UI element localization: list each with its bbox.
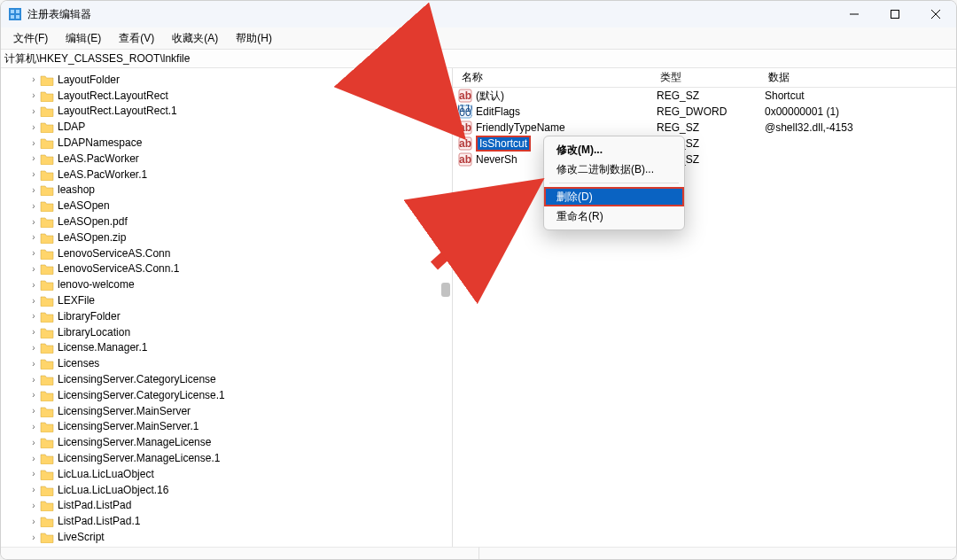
tree-node[interactable]: ›LicensingServer.CategoryLicense.1 <box>1 387 452 403</box>
tree-node[interactable]: ›LicLua.LicLuaObject <box>1 466 452 482</box>
tree-node[interactable]: ›LeASOpen.zip <box>1 229 452 245</box>
value-type: REG_DWORD <box>657 105 765 118</box>
tree-vertical-scrollbar[interactable] <box>440 68 452 547</box>
tree-node[interactable]: ›LDAP <box>1 119 452 135</box>
expand-icon[interactable]: › <box>27 248 40 258</box>
tree-node[interactable]: ›LenovoServiceAS.Conn.1 <box>1 261 452 277</box>
tree-node-label: LibraryFolder <box>58 310 121 323</box>
tree-node-label: LicensingServer.ManageLicense.1 <box>58 452 220 464</box>
expand-icon[interactable]: › <box>27 138 40 148</box>
tree-node[interactable]: ›LayoutRect.LayoutRect <box>1 88 452 104</box>
tree-node[interactable]: ›LicensingServer.MainServer.1 <box>1 419 452 435</box>
value-row[interactable]: abFriendlyTypeNameREG_SZ@shell32.dll,-41… <box>453 120 956 136</box>
context-menu-modify[interactable]: 修改(M)... <box>544 140 684 159</box>
list-header[interactable]: 名称 类型 数据 <box>453 68 956 88</box>
tree-node[interactable]: ›LicensingServer.MainServer <box>1 403 452 419</box>
expand-icon[interactable]: › <box>27 217 40 227</box>
maximize-button[interactable] <box>875 1 915 27</box>
value-row[interactable]: ab(默认)REG_SZShortcut <box>453 88 956 104</box>
tree-node[interactable]: ›leashop <box>1 183 452 198</box>
tree-node[interactable]: ›LicensingServer.CategoryLicense <box>1 371 452 387</box>
menu-item[interactable]: 收藏夹(A) <box>165 29 225 48</box>
expand-icon[interactable]: › <box>27 343 40 353</box>
tree-node[interactable]: ›LenovoServiceAS.Conn <box>1 245 452 261</box>
expand-icon[interactable]: › <box>27 232 40 242</box>
value-row[interactable]: abNeverShREG_SZ <box>453 152 956 167</box>
expand-icon[interactable]: › <box>27 469 40 478</box>
tree-pane[interactable]: ›LayoutFolder›LayoutRect.LayoutRect›Layo… <box>1 68 453 547</box>
tree-node[interactable]: ›LibraryLocation <box>1 324 452 340</box>
tree-node[interactable]: ›LicensingServer.ManageLicense <box>1 434 452 450</box>
list-horizontal-scrollbar[interactable] <box>478 547 957 559</box>
tree-node[interactable]: ›LeASOpen.pdf <box>1 214 452 229</box>
expand-icon[interactable]: › <box>27 359 40 369</box>
expand-icon[interactable]: › <box>27 296 40 306</box>
expand-icon[interactable]: › <box>27 406 40 416</box>
expand-icon[interactable]: › <box>27 501 40 510</box>
expand-icon[interactable]: › <box>27 390 40 400</box>
tree-node-label: ListPad.ListPad.1 <box>58 515 140 527</box>
svg-rect-5 <box>891 11 899 19</box>
value-name: EditFlags <box>476 105 657 118</box>
expand-icon[interactable]: › <box>27 422 40 432</box>
context-menu-delete[interactable]: 删除(D) <box>544 187 684 206</box>
expand-icon[interactable]: › <box>27 90 40 100</box>
value-row[interactable]: abIsShortcutREG_SZ <box>453 136 956 152</box>
tree-node-label: LenovoServiceAS.Conn <box>58 247 170 260</box>
expand-icon[interactable]: › <box>27 280 40 290</box>
tree-node[interactable]: ›LicensingServer.ManageLicense.1 <box>1 450 452 466</box>
tree-horizontal-scrollbar[interactable] <box>1 547 478 559</box>
value-row[interactable]: 01101001EditFlagsREG_DWORD0x00000001 (1) <box>453 104 956 120</box>
expand-icon[interactable]: › <box>27 327 40 337</box>
value-data: @shell32.dll,-4153 <box>765 121 956 134</box>
tree-node[interactable]: ›LEXFile <box>1 292 452 308</box>
expand-icon[interactable]: › <box>27 185 40 195</box>
tree-node[interactable]: ›LibraryFolder <box>1 308 452 324</box>
expand-icon[interactable]: › <box>27 485 40 494</box>
minimize-button[interactable] <box>834 1 875 27</box>
expand-icon[interactable]: › <box>27 169 40 179</box>
menu-item[interactable]: 查看(V) <box>112 29 161 48</box>
expand-icon[interactable]: › <box>27 106 40 116</box>
address-bar[interactable]: 计算机\HKEY_CLASSES_ROOT\lnkfile <box>1 49 956 68</box>
expand-icon[interactable]: › <box>27 533 40 542</box>
expand-icon[interactable]: › <box>27 375 40 385</box>
menu-item[interactable]: 帮助(H) <box>229 29 279 48</box>
tree-node[interactable]: ›LiveScript Author <box>1 545 452 547</box>
col-name-header[interactable]: 名称 <box>456 70 660 85</box>
tree-node[interactable]: ›License.Manager.1 <box>1 340 452 356</box>
tree-node-label: LicensingServer.ManageLicense <box>58 436 211 448</box>
tree-node[interactable]: ›LayoutRect.LayoutRect.1 <box>1 104 452 120</box>
svg-text:ab: ab <box>459 153 471 166</box>
expand-icon[interactable]: › <box>27 201 40 211</box>
expand-icon[interactable]: › <box>27 264 40 274</box>
expand-icon[interactable]: › <box>27 153 40 163</box>
close-button[interactable] <box>915 1 956 27</box>
expand-icon[interactable]: › <box>27 122 40 132</box>
tree-node[interactable]: ›ListPad.ListPad.1 <box>1 513 452 529</box>
tree-node[interactable]: ›LDAPNamespace <box>1 135 452 151</box>
tree-node[interactable]: ›LiveScript <box>1 529 452 545</box>
tree-node[interactable]: ›LeAS.PacWorker <box>1 151 452 167</box>
menu-item[interactable]: 编辑(E) <box>58 29 108 48</box>
context-menu: 修改(M)... 修改二进制数据(B)... 删除(D) 重命名(R) <box>543 136 685 230</box>
col-type-header[interactable]: 类型 <box>660 70 768 85</box>
tree-node[interactable]: ›LicLua.LicLuaObject.16 <box>1 482 452 498</box>
value-list-pane[interactable]: 名称 类型 数据 ab(默认)REG_SZShortcut01101001Edi… <box>453 68 956 547</box>
context-menu-rename[interactable]: 重命名(R) <box>544 206 684 226</box>
tree-node-label: LicLua.LicLuaObject.16 <box>58 484 168 496</box>
expand-icon[interactable]: › <box>27 311 40 321</box>
tree-node[interactable]: ›ListPad.ListPad <box>1 498 452 514</box>
tree-node[interactable]: ›Licenses <box>1 355 452 371</box>
expand-icon[interactable]: › <box>27 517 40 526</box>
tree-node[interactable]: ›LayoutFolder <box>1 72 452 88</box>
context-menu-modify-binary[interactable]: 修改二进制数据(B)... <box>544 159 684 179</box>
menu-item[interactable]: 文件(F) <box>6 29 55 48</box>
col-data-header[interactable]: 数据 <box>768 70 956 85</box>
tree-node[interactable]: ›LeAS.PacWorker.1 <box>1 167 452 183</box>
expand-icon[interactable]: › <box>27 454 40 463</box>
tree-node[interactable]: ›lenovo-welcome <box>1 276 452 292</box>
expand-icon[interactable]: › <box>27 438 40 447</box>
expand-icon[interactable]: › <box>27 74 40 84</box>
tree-node[interactable]: ›LeASOpen <box>1 198 452 214</box>
